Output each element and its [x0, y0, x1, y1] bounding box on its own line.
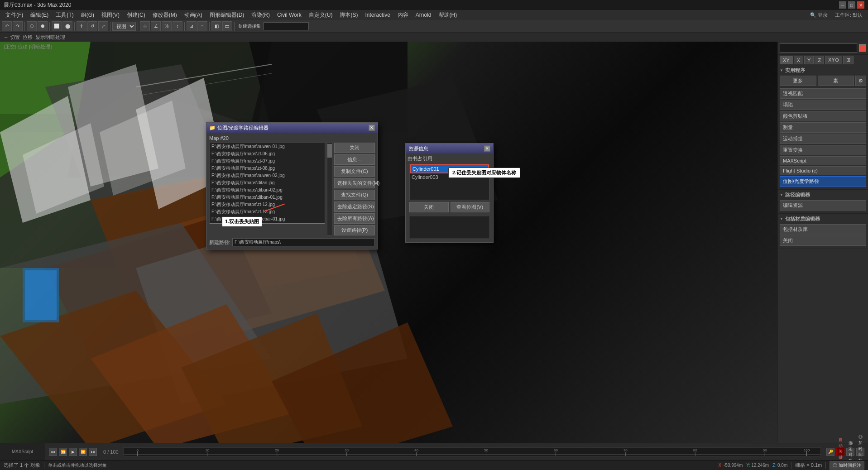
strip-selected-btn[interactable]: 去除选定路径(S) — [334, 201, 375, 212]
maxscript-util-btn[interactable]: MAXScript — [780, 156, 866, 165]
collapse-btn[interactable]: 塌陷 — [780, 100, 866, 110]
coord-plus-btn[interactable]: XY⊕ — [825, 56, 842, 64]
asset-dialog-close-x[interactable]: ✕ — [484, 145, 490, 152]
spin-snap[interactable]: ↕ — [173, 21, 182, 31]
bitmap-dialog-close-x[interactable]: ✕ — [369, 125, 375, 131]
menu-view[interactable]: 视图(V) — [98, 10, 123, 20]
menu-content[interactable]: 内容 — [394, 10, 412, 20]
sub-item-pos[interactable]: 位移 — [23, 34, 33, 41]
coord-xy-btn[interactable]: XY — [780, 56, 793, 64]
copy-file-btn[interactable]: 复制文件(C) — [334, 166, 375, 177]
close-btn[interactable]: 关闭 — [334, 143, 375, 153]
coord-y-btn[interactable]: Y — [804, 56, 814, 64]
layer-btn[interactable]: ◧ — [211, 21, 221, 31]
menu-graph-editor[interactable]: 图形编辑器(D) — [206, 10, 248, 20]
tl-set-key[interactable]: 选定对象 — [846, 448, 854, 456]
info-btn[interactable]: 信息... — [334, 154, 375, 165]
path-list-item-3[interactable]: F:\西安移动展厅\maps\zt-08.jpg — [210, 165, 325, 172]
login-btn[interactable]: 🔍 登录 — [806, 12, 831, 19]
close-button[interactable]: ✕ — [857, 1, 864, 9]
sub-item-prev[interactable]: ← 切置 — [4, 34, 20, 41]
sub-item-shade[interactable]: 显示明暗处理 — [35, 34, 65, 41]
asset-view-btn[interactable]: 查看位图(V) — [451, 202, 490, 212]
tl-next-btn[interactable]: ⏩ — [79, 448, 87, 456]
path-list-item-6[interactable]: F:\西安移动展厅\maps\diban-02.jpg — [210, 187, 325, 194]
edit-resource-btn[interactable]: 编辑资源 — [780, 200, 866, 211]
path-list-item-4[interactable]: F:\西安移动展厅\maps\nuwen-02.jpg — [210, 172, 325, 179]
path-list-item-0[interactable]: F:\西安移动展厅\maps\nuwen-01.jpg — [210, 143, 325, 150]
menu-script[interactable]: 脚本(S) — [336, 10, 361, 20]
path-list-item-5[interactable]: F:\西安移动展厅\maps\ditan.jpg — [210, 179, 325, 187]
motion-capture-btn[interactable]: 运动捕捉 — [780, 134, 866, 144]
color-clipboard-btn[interactable]: 颜色剪贴板 — [780, 111, 866, 121]
menu-arnold[interactable]: Arnold — [412, 11, 435, 19]
coord-z-btn[interactable]: Z — [815, 56, 824, 64]
bitmap-path-btn[interactable]: 位图/光度学路径 — [780, 176, 866, 187]
menu-tools[interactable]: 工具(T) — [52, 10, 77, 20]
path-list-item-7[interactable]: F:\西安移动展厅\maps\diban-01.jpg — [210, 194, 325, 201]
undo-button[interactable]: ↶ — [2, 21, 12, 31]
object-name-input[interactable]: Cylinder003 — [780, 43, 857, 53]
set-path-btn[interactable]: 设置路径(P) — [334, 225, 375, 235]
main-viewport[interactable]: [正交] 位移 [明暗处理] — [0, 42, 777, 443]
tl-key-mode[interactable]: 🔑 — [826, 448, 834, 456]
menu-civil[interactable]: Civil Work — [273, 11, 305, 19]
scale-button[interactable]: ⤢ — [98, 21, 108, 31]
scrollbar-thumb[interactable] — [327, 144, 332, 158]
maximize-button[interactable]: □ — [848, 1, 855, 9]
find-file-btn[interactable]: 查找文件(Q) — [334, 190, 375, 200]
coord-x-btn[interactable]: X — [794, 56, 803, 64]
tl-start-btn[interactable]: ⏮ — [49, 448, 57, 456]
perspective-match-btn[interactable]: 透视匹配 — [780, 88, 866, 99]
measure-btn[interactable]: 测量 — [780, 122, 866, 133]
asset-close-btn[interactable]: 关闭 — [409, 202, 449, 212]
tl-add-time[interactable]: ◎ 加时间标注 — [856, 448, 864, 456]
new-path-input[interactable] — [232, 238, 375, 246]
material-close-btn[interactable]: 关闭 — [780, 235, 866, 246]
tl-auto-key[interactable]: 自动关键点 — [836, 448, 844, 456]
menu-animation[interactable]: 动画(A) — [181, 10, 206, 20]
redo-button[interactable]: ↷ — [13, 21, 23, 31]
asset-dialog-titlebar[interactable]: 资源信息 ✕ — [406, 144, 493, 153]
menu-edit[interactable]: 编辑(E) — [27, 10, 52, 20]
angle-snap[interactable]: ∠ — [151, 21, 161, 31]
include-material-lib-btn[interactable]: 包括材质库 — [780, 224, 866, 235]
object-color-box[interactable] — [859, 44, 866, 52]
tl-play-btn[interactable]: ▶ — [69, 448, 77, 456]
menu-interactive[interactable]: Interactive — [361, 11, 393, 19]
path-list[interactable]: F:\西安移动展厅\maps\nuwen-01.jpgF:\西安移动展厅\map… — [209, 143, 325, 224]
menu-group[interactable]: 组(G) — [77, 10, 98, 20]
bitmap-dialog-titlebar[interactable]: 📁 位图/光度学路径编辑器 ✕ — [206, 123, 378, 133]
素-btn[interactable]: 素 — [818, 76, 854, 86]
reference-dropdown[interactable]: 视图 — [112, 22, 136, 31]
strip-all-btn[interactable]: 去除所有路径(A) — [334, 213, 375, 224]
tl-end-btn[interactable]: ⏭ — [89, 448, 97, 456]
menu-custom[interactable]: 自定义(U) — [305, 10, 336, 20]
path-scrollbar[interactable] — [327, 143, 332, 235]
snap-btn[interactable]: ⊹ — [140, 21, 150, 31]
minimize-button[interactable]: ─ — [839, 1, 846, 9]
align-btn[interactable]: ≡ — [197, 21, 207, 31]
flight-studio-btn[interactable]: Flight Studio (c) — [780, 166, 866, 175]
add-time-marker-btn[interactable]: ◎ 加时间标注 — [830, 461, 864, 470]
coord-extra-btn[interactable]: ⊞ — [843, 56, 854, 64]
path-list-item-8[interactable]: F:\西安移动展厅\maps\zt-12.jpg — [210, 201, 325, 208]
menu-file[interactable]: 文件(F) — [2, 10, 27, 20]
pct-snap[interactable]: % — [162, 21, 172, 31]
menu-help[interactable]: 帮助(H) — [435, 10, 461, 20]
select-button[interactable]: ⬡ — [27, 21, 37, 31]
menu-modifier[interactable]: 修改器(M) — [149, 10, 181, 20]
rectangle-select[interactable]: ⬜ — [52, 21, 62, 31]
obj-prop-btn[interactable]: 🗃 — [222, 21, 232, 31]
select-missing-btn[interactable]: 选择丢失的文件(M) — [334, 178, 375, 188]
path-list-item-2[interactable]: F:\西安移动展厅\maps\zt-07.jpg — [210, 158, 325, 165]
more-btn[interactable]: 更多 — [780, 76, 816, 86]
tl-prev-btn[interactable]: ⏪ — [59, 448, 67, 456]
mirror-btn[interactable]: ⊿ — [187, 21, 197, 31]
rotate-button[interactable]: ↺ — [87, 21, 97, 31]
reset-transform-btn[interactable]: 重置变换 — [780, 145, 866, 155]
lasso-select[interactable]: ⬤ — [62, 21, 72, 31]
selection-input[interactable] — [264, 22, 309, 30]
extra-btn[interactable]: ⚙ — [855, 76, 866, 86]
select-all-button[interactable]: ⬢ — [38, 21, 48, 31]
